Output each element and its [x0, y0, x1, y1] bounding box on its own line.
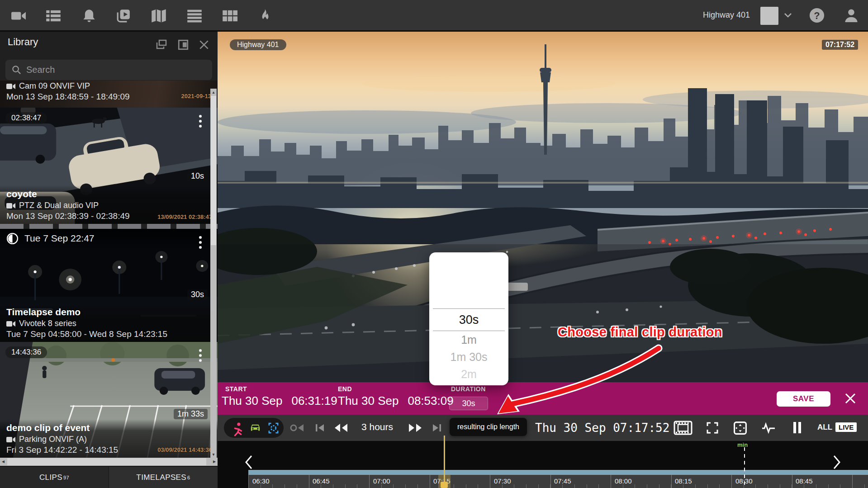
playhead-handle[interactable] — [441, 482, 448, 488]
timeline-tick-label: 07:30 — [494, 477, 511, 485]
clip-watermark: 03/09/2021 14:43:36 — [157, 446, 212, 453]
camera-scene — [218, 32, 868, 382]
person-detection-icon[interactable] — [231, 422, 243, 434]
close-panel-icon[interactable] — [198, 39, 210, 50]
tab-timelapses[interactable]: TIMELAPSES6 — [109, 467, 218, 488]
duration-option[interactable]: 2m 30s — [429, 383, 508, 385]
search-box[interactable] — [5, 60, 212, 80]
scrollbar-thumb[interactable] — [7, 458, 206, 465]
clip-start-time-chip: 14:43:36 — [5, 346, 47, 358]
scrollbar-thumb[interactable] — [211, 96, 216, 245]
save-button[interactable]: SAVE — [777, 391, 830, 407]
kebab-menu-icon[interactable] — [196, 348, 205, 364]
alerts-bell-icon[interactable] — [81, 9, 97, 23]
duration-option[interactable]: 1m 30s — [429, 348, 508, 365]
help-icon[interactable]: ? — [809, 7, 825, 24]
timeline-labels-row: 06:30 06:45 07:00 07:15 07:30 07:45 08:0… — [218, 475, 868, 488]
timelapses-count-badge: 6 — [187, 475, 190, 480]
timeline[interactable]: 06:30 06:45 07:00 07:15 07:30 07:45 08:0… — [218, 441, 868, 488]
vertical-scrollbar[interactable]: ▴ ▾ — [210, 89, 217, 458]
annotation-text: Choose final clip duration — [558, 325, 722, 340]
user-profile-icon[interactable] — [843, 7, 859, 24]
pause-button[interactable] — [793, 422, 802, 434]
timeline-tick-label: 08:45 — [796, 477, 813, 485]
rewind-icon[interactable] — [333, 422, 348, 433]
duration-picker-popup: 30s 1m 1m 30s 2m 2m 30s — [429, 252, 508, 385]
clip-duration-badge: 1m 33s — [174, 409, 208, 419]
clip-duration-badge: 10s — [187, 171, 208, 181]
clip-camera: Vivotek 8 series — [19, 319, 76, 328]
object-detection-icon[interactable] — [267, 422, 280, 434]
min-marker-line — [744, 447, 745, 488]
step-back-icon[interactable] — [314, 422, 325, 433]
video-library-icon[interactable] — [116, 9, 131, 23]
duration-option[interactable]: 1m — [429, 331, 508, 348]
flame-events-icon[interactable] — [257, 9, 273, 23]
list-view-icon[interactable] — [46, 9, 61, 23]
duration-select-button[interactable]: 30s — [449, 397, 488, 410]
map-icon[interactable] — [151, 9, 166, 23]
playhead[interactable] — [444, 436, 445, 488]
camera-icon — [6, 436, 15, 443]
recording-band — [248, 470, 868, 475]
camera-thumbnail[interactable] — [760, 7, 778, 25]
camera-icon — [6, 83, 15, 90]
search-input[interactable] — [26, 60, 203, 80]
playback-speed-label[interactable]: 3 hours — [361, 422, 393, 432]
timeline-tick-label: 08:15 — [675, 477, 692, 485]
timelapse-filmstrip — [0, 224, 218, 229]
minor-ticks — [248, 484, 868, 488]
clip-title: Timelapse demo — [6, 307, 211, 317]
kebab-menu-icon[interactable] — [196, 235, 205, 251]
all-cameras-toggle[interactable]: ALL — [817, 423, 832, 432]
search-icon — [11, 65, 22, 75]
step-forward-icon[interactable] — [432, 422, 442, 433]
list-item-clip[interactable]: 02:38:47 10s coyote PTZ & Dual audio VIP… — [0, 108, 218, 224]
waveform-audio-icon[interactable] — [761, 422, 776, 434]
maximize-panel-icon[interactable] — [177, 39, 189, 50]
vehicle-detection-icon[interactable] — [249, 422, 261, 434]
camera-icon — [6, 321, 15, 327]
clip-export-bar: START Thu 30 Sep06:31:19 END Thu 30 Sep0… — [218, 382, 868, 415]
duration-option[interactable]: 2m — [429, 365, 508, 383]
clip-watermark: 2021-09-13 — [181, 93, 212, 99]
library-tabs: CLIPS97 TIMELAPSES6 — [0, 466, 218, 488]
list-item-clip[interactable]: Tue 7 Sep 22:47 30s Timelapse demo Vivot… — [0, 229, 218, 342]
timeline-scroll-left-icon[interactable] — [244, 455, 254, 470]
end-value[interactable]: Thu 30 Sep08:53:09 — [338, 394, 454, 408]
timelapse-icon — [6, 232, 19, 245]
clip-duration-badge: 30s — [187, 289, 208, 300]
previous-event-icon[interactable] — [290, 422, 305, 433]
library-title: Library — [8, 36, 38, 48]
timeline-tick-label: 07:45 — [554, 477, 571, 485]
timeline-tick-label: 06:30 — [252, 477, 270, 485]
tab-clips[interactable]: CLIPS97 — [0, 467, 109, 488]
list-item-clip[interactable]: 14:43:36 1m 33s demo clip of event Parki… — [0, 342, 218, 458]
menu-lines-icon[interactable] — [187, 9, 202, 23]
timeline-tick-label: 08:00 — [615, 477, 632, 485]
live-video-view[interactable]: Highway 401 07:17:52 — [218, 32, 868, 382]
grid-view-icon[interactable] — [222, 9, 237, 23]
timeline-scroll-right-icon[interactable] — [832, 455, 842, 470]
active-camera-name[interactable]: Highway 401 — [703, 10, 750, 20]
clip-watermark: 13/09/2021 02:38:47 — [157, 213, 212, 220]
clip-title: demo clip of event — [6, 422, 211, 433]
export-clip-film-icon[interactable] — [674, 421, 693, 435]
list-item-clip[interactable]: Cam 09 ONVIF VIP Mon 13 Sep 18:48:59 - 1… — [0, 81, 218, 108]
popout-panel-icon[interactable] — [156, 39, 167, 50]
horizontal-scrollbar[interactable]: ◂ ▸ — [0, 458, 218, 466]
chevron-down-icon[interactable] — [783, 12, 792, 19]
fast-forward-icon[interactable] — [408, 422, 423, 433]
clips-count-badge: 97 — [63, 475, 69, 480]
duration-tooltip: resulting clip length — [450, 418, 527, 436]
fullscreen-icon[interactable] — [706, 422, 719, 434]
digital-zoom-icon[interactable] — [733, 421, 747, 435]
timelapse-start-time: Tue 7 Sep 22:47 — [24, 233, 95, 244]
duration-option-selected[interactable]: 30s — [429, 309, 508, 331]
kebab-menu-icon[interactable] — [196, 114, 205, 129]
close-export-icon[interactable] — [844, 393, 856, 404]
live-badge[interactable]: LIVE — [835, 422, 857, 432]
start-value[interactable]: Thu 30 Sep06:31:19 — [222, 394, 337, 408]
cameras-icon[interactable] — [11, 9, 26, 23]
timeline-tick-label: 06:45 — [313, 477, 330, 485]
